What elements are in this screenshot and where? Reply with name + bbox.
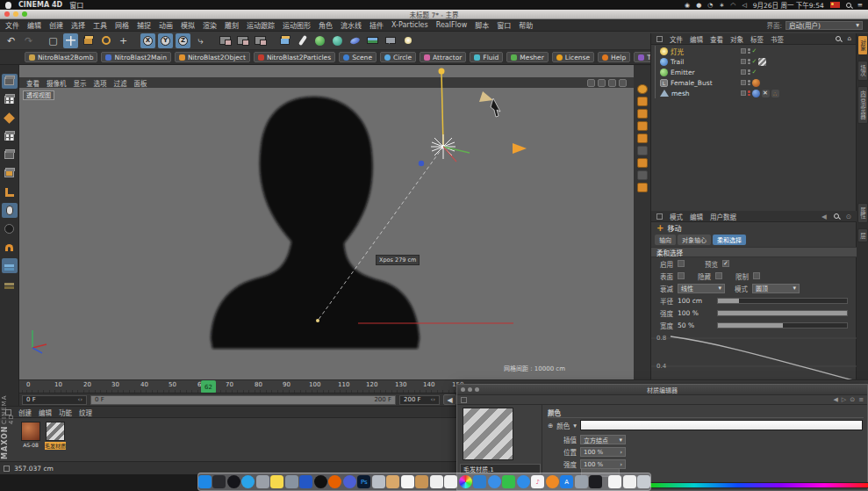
- plugin-mesher[interactable]: Mesher: [506, 52, 548, 62]
- finder-icon[interactable]: [198, 475, 212, 488]
- texture-tag-icon[interactable]: [752, 79, 760, 87]
- last-tool[interactable]: +: [116, 33, 131, 48]
- tab-layers[interactable]: 层: [857, 228, 868, 243]
- strip-icon-7[interactable]: [637, 170, 648, 180]
- add-environment-button[interactable]: [365, 33, 380, 48]
- mat-menu-create[interactable]: 创建: [18, 408, 32, 417]
- layer-box[interactable]: [741, 90, 746, 96]
- visibility-dots[interactable]: [748, 90, 750, 96]
- add-generator-button[interactable]: [312, 33, 327, 48]
- strip-icon-5[interactable]: [637, 146, 648, 155]
- menu-realflow[interactable]: RealFlow: [436, 21, 468, 29]
- snap-settings-button[interactable]: [2, 221, 18, 236]
- obs-icon[interactable]: [227, 475, 240, 488]
- planar-workplane-button[interactable]: [2, 277, 18, 292]
- model-mode-button[interactable]: [2, 92, 18, 107]
- spotlight-icon[interactable]: [846, 3, 851, 8]
- rotate-tool[interactable]: [98, 33, 113, 48]
- radius-value[interactable]: 100 cm: [678, 297, 713, 305]
- material-thumbnail-hair[interactable]: [46, 422, 65, 441]
- menu-plugins[interactable]: 插件: [369, 20, 384, 30]
- add-deformer-button[interactable]: [330, 33, 345, 48]
- layer-box[interactable]: [741, 69, 746, 75]
- layer-box[interactable]: [741, 48, 746, 54]
- radius-slider[interactable]: [717, 298, 848, 304]
- object-row-light[interactable]: 灯光 ✓: [651, 46, 855, 56]
- menu-script[interactable]: 脚本: [475, 20, 489, 30]
- material-name-selected[interactable]: 毛发材质: [45, 442, 66, 450]
- safari-icon[interactable]: [517, 475, 530, 488]
- strip-icon-4[interactable]: [637, 134, 648, 143]
- enable-snap-button[interactable]: [2, 240, 18, 255]
- plugin-scene[interactable]: Scene: [339, 52, 377, 62]
- stickies-icon[interactable]: [270, 475, 283, 488]
- edges-mode-button[interactable]: [2, 148, 18, 162]
- color-spectrum-bar[interactable]: [649, 482, 868, 488]
- color-section-header[interactable]: 颜色: [548, 408, 864, 418]
- tab-attributes[interactable]: 属性: [857, 203, 868, 223]
- enabled-check-icon[interactable]: ✓: [752, 47, 757, 54]
- plugin-attractor[interactable]: Attractor: [420, 52, 466, 62]
- make-editable-button[interactable]: [2, 74, 18, 89]
- firefox-icon[interactable]: [328, 475, 341, 488]
- tab-takes[interactable]: 场次: [857, 61, 868, 81]
- notification-center-icon[interactable]: ≡: [857, 1, 863, 9]
- folder2-icon[interactable]: [415, 475, 428, 488]
- preview-icon[interactable]: [372, 475, 385, 488]
- menu-character[interactable]: 角色: [319, 20, 333, 30]
- orange-app-icon[interactable]: [546, 475, 559, 488]
- falloff-curve[interactable]: 0.8 0.4: [651, 335, 857, 384]
- points-mode-button[interactable]: [2, 129, 18, 144]
- lock-y-axis-button[interactable]: Y: [158, 33, 173, 48]
- menu-simulate[interactable]: 模拟: [181, 20, 195, 30]
- attr-menu-userdata[interactable]: 用户数据: [710, 212, 736, 221]
- object-row-trail[interactable]: Trail ✓: [651, 56, 855, 67]
- object-row-emitter[interactable]: Emitter ✓: [651, 67, 855, 77]
- mat-menu-function[interactable]: 功能: [59, 408, 72, 417]
- visibility-dots[interactable]: [748, 80, 750, 85]
- photoshop-icon[interactable]: Ps: [357, 475, 370, 488]
- apple-menu-icon[interactable]: [5, 2, 11, 9]
- enabled-check-icon[interactable]: ✓: [752, 58, 757, 65]
- material-editor-titlebar[interactable]: 材质编辑器: [457, 385, 867, 395]
- keynote-icon[interactable]: [473, 475, 486, 488]
- timeline-playhead[interactable]: 62: [201, 380, 216, 394]
- hair-material-tag-icon[interactable]: [758, 58, 766, 66]
- add-cube-button[interactable]: [277, 33, 292, 48]
- enable-checkbox[interactable]: [678, 260, 685, 267]
- macos-app-name[interactable]: CINEMA 4D: [18, 1, 62, 9]
- menu-tools[interactable]: 工具: [93, 20, 107, 30]
- tab-axis[interactable]: 轴向: [655, 235, 676, 245]
- contacts-icon[interactable]: [575, 475, 588, 488]
- plugin-nitroblast2object[interactable]: NitroBlast2Object: [175, 52, 250, 62]
- strength-slider[interactable]: [717, 310, 848, 316]
- strip-icon-3[interactable]: [637, 121, 648, 131]
- plugin-license[interactable]: License: [552, 52, 594, 62]
- render-view-button[interactable]: [218, 33, 233, 48]
- scale-tool[interactable]: [81, 33, 96, 48]
- om-menu-view[interactable]: 查看: [710, 34, 723, 44]
- calendar-icon[interactable]: [401, 475, 414, 488]
- menu-sculpt[interactable]: 雕刻: [225, 20, 239, 30]
- app-grid-icon[interactable]: [299, 475, 312, 488]
- polygons-mode-button[interactable]: [2, 166, 18, 181]
- macos-menu-window[interactable]: 窗口: [69, 0, 83, 10]
- preview-checkbox[interactable]: ✓: [722, 260, 729, 267]
- visibility-dots[interactable]: [748, 69, 750, 75]
- object-row-female-bust[interactable]: L Female_Bust: [651, 77, 855, 88]
- history-back-icon[interactable]: ◀: [833, 396, 837, 403]
- xpresso-tag-icon[interactable]: ✕: [762, 90, 770, 97]
- tab-object-axis[interactable]: 对象轴心: [678, 235, 711, 245]
- om-menu-edit[interactable]: 编辑: [690, 34, 703, 44]
- visibility-dots[interactable]: [748, 48, 750, 54]
- plugin-help[interactable]: Help: [598, 52, 630, 62]
- width-value[interactable]: 50 %: [678, 321, 713, 329]
- material-thumbnail-as08[interactable]: [21, 422, 40, 441]
- menu-xparticles[interactable]: X-Particles: [391, 21, 428, 29]
- plugin-fluid[interactable]: Fluid: [470, 52, 503, 62]
- selection-tag-icon[interactable]: ∴: [771, 90, 779, 97]
- mat-menu-edit[interactable]: 编辑: [39, 408, 52, 417]
- menu-help[interactable]: 帮助: [519, 20, 533, 30]
- position-field[interactable]: 100 %›: [580, 447, 626, 457]
- wifi-icon[interactable]: ◠: [730, 2, 735, 9]
